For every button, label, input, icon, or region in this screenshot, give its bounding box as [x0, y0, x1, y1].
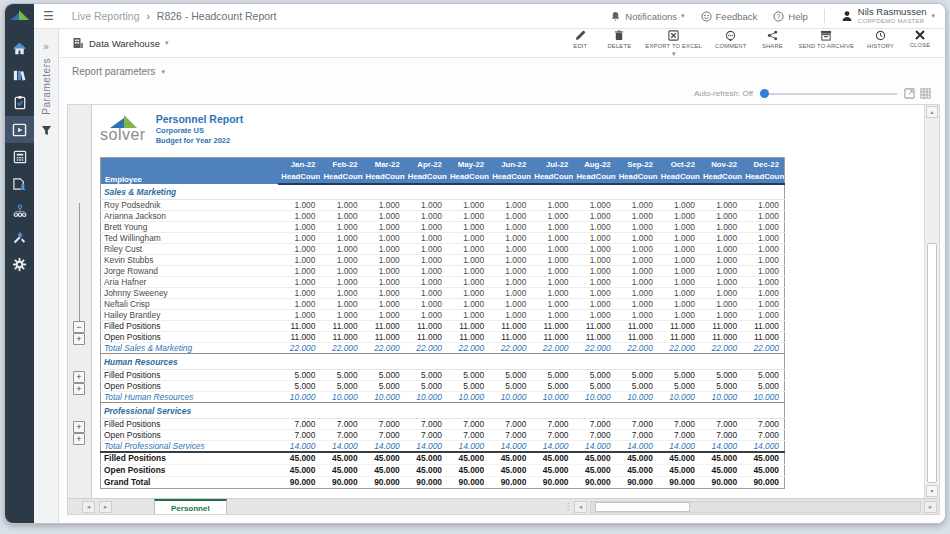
cell-value: 5.000 — [700, 381, 742, 392]
sheet-tab-personnel[interactable]: Personnel — [154, 499, 227, 514]
cell-value: 90.000 — [573, 476, 615, 488]
calculator-icon — [13, 150, 27, 164]
cell-value: 5.000 — [363, 370, 405, 381]
history-button[interactable]: HISTORY — [867, 30, 894, 49]
cell-value: 5.000 — [278, 381, 320, 392]
notifications-button[interactable]: Notifications — [610, 11, 684, 22]
cell-value: 7.000 — [742, 419, 784, 430]
breadcrumb-parent[interactable]: Live Reporting — [72, 10, 140, 22]
cell-value: 45.000 — [405, 464, 447, 476]
excel-icon — [668, 30, 679, 41]
edit-label: EDIT — [573, 43, 587, 49]
comment-button[interactable]: COMMENT — [715, 30, 746, 49]
sidebar-item-tasks[interactable] — [5, 89, 34, 116]
cell-value: 1.000 — [363, 211, 405, 222]
auto-refresh-slider[interactable] — [760, 89, 897, 98]
data-source-dropdown[interactable]: Data Warehouse — [72, 37, 168, 49]
cell-value: 11.000 — [405, 321, 447, 332]
export-to-excel-button[interactable]: EXPORT TO EXCEL — [645, 30, 702, 58]
cell-value: 7.000 — [320, 419, 362, 430]
sidebar-item-library[interactable] — [5, 62, 34, 89]
feedback-button[interactable]: Feedback — [701, 11, 758, 22]
topbar-divider — [824, 9, 825, 23]
sidebar-item-settings[interactable] — [5, 251, 34, 278]
row-label: Ted Willingham — [101, 233, 279, 244]
sidebar-item-workflow[interactable] — [5, 197, 34, 224]
edit-button[interactable]: EDIT — [567, 30, 593, 49]
sidebar-item-documents[interactable] — [5, 170, 34, 197]
prev-sheet-button[interactable] — [82, 501, 95, 513]
cell-value — [658, 354, 700, 370]
topbar-right: Notifications Feedback ? Help Nils Rasmu… — [610, 7, 945, 24]
scroll-up-button[interactable] — [926, 106, 938, 118]
cell-value: 1.000 — [742, 299, 784, 310]
cell-value: 1.000 — [742, 266, 784, 277]
share-button[interactable]: SHARE — [759, 30, 785, 49]
cell-value: 1.000 — [489, 288, 531, 299]
popout-icon[interactable] — [904, 88, 915, 99]
cell-value: 5.000 — [616, 381, 658, 392]
report-parameters-dropdown[interactable]: Report parameters — [72, 66, 165, 77]
sidebar-item-reporting[interactable] — [5, 116, 34, 143]
horizontal-scrollbar[interactable] — [564, 499, 939, 514]
sidebar-item-home[interactable] — [5, 35, 34, 62]
cell-value: 22.000 — [573, 343, 615, 354]
filter-funnel-icon[interactable] — [41, 125, 52, 136]
sidebar-item-budgeting[interactable] — [5, 143, 34, 170]
app-logo[interactable] — [5, 4, 34, 29]
vertical-scroll-thumb[interactable] — [927, 243, 937, 483]
next-sheet-button[interactable] — [99, 501, 112, 513]
cell-value: 11.000 — [531, 321, 573, 332]
grid-view-icon[interactable] — [920, 88, 931, 99]
cell-value: 1.000 — [363, 288, 405, 299]
row-label: Open Positions — [101, 332, 279, 343]
delete-button[interactable]: DELETE — [606, 30, 632, 49]
scroll-left-button[interactable] — [574, 501, 587, 513]
row-label: Roy Podsednik — [101, 200, 279, 211]
cell-value — [531, 354, 573, 370]
close-button[interactable]: CLOSE — [907, 30, 933, 48]
expand-group-button[interactable] — [73, 371, 85, 383]
cell-value: 45.000 — [278, 464, 320, 476]
menu-icon[interactable] — [43, 9, 54, 23]
slider-handle[interactable] — [760, 89, 769, 98]
cell-value: 5.000 — [405, 370, 447, 381]
sidebar-item-tools[interactable] — [5, 224, 34, 251]
expand-group-button[interactable] — [73, 333, 85, 345]
cell-value: 1.000 — [742, 288, 784, 299]
section-header-row: Professional Services — [101, 403, 785, 419]
user-menu[interactable]: Nils Rasmussen CorpDemo Master — [841, 7, 935, 24]
scroll-down-button[interactable] — [926, 485, 938, 497]
cell-value: 45.000 — [320, 452, 362, 464]
cell-value: 1.000 — [405, 200, 447, 211]
cell-value: 5.000 — [573, 381, 615, 392]
cell-value: 90.000 — [320, 476, 362, 488]
user-avatar-icon — [841, 10, 853, 22]
help-button[interactable]: ? Help — [773, 11, 808, 22]
measure-column-header: HeadCount — [447, 171, 489, 184]
scroll-right-button[interactable] — [924, 501, 937, 513]
cell-value: 14.000 — [658, 441, 700, 453]
horizontal-scroll-thumb[interactable] — [595, 502, 690, 512]
cell-value: 1.000 — [700, 222, 742, 233]
cell-value: 1.000 — [700, 233, 742, 244]
expand-group-button[interactable] — [73, 421, 85, 433]
cell-value: 1.000 — [489, 211, 531, 222]
expand-group-button[interactable] — [73, 383, 85, 395]
splitter-handle-icon[interactable] — [564, 502, 571, 511]
cell-value: 11.000 — [573, 332, 615, 343]
cell-value: 1.000 — [363, 244, 405, 255]
employee-row: Johnny Sweeney1.0001.0001.0001.0001.0001… — [101, 288, 785, 299]
expand-parameters-icon[interactable] — [43, 41, 49, 52]
horizontal-scroll-track[interactable] — [590, 501, 921, 513]
collapse-group-button[interactable] — [73, 321, 85, 333]
expand-group-button[interactable] — [73, 433, 85, 445]
report-header: solver Personnel Report Corporate US Bud… — [100, 112, 923, 157]
row-label: Open Positions — [101, 381, 279, 392]
cell-value: 1.000 — [405, 266, 447, 277]
comment-label: COMMENT — [715, 43, 746, 49]
vertical-scrollbar[interactable] — [924, 105, 939, 498]
send-to-archive-button[interactable]: SEND TO ARCHIVE — [798, 30, 854, 49]
row-label: Filled Positions — [101, 452, 279, 464]
trash-icon — [614, 30, 624, 41]
